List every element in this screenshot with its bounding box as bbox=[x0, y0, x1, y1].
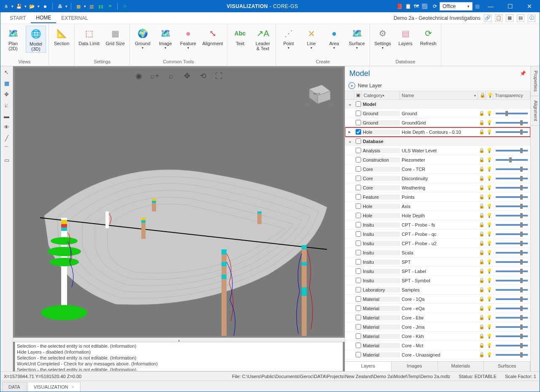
arc-tool[interactable]: ⌒ bbox=[3, 145, 11, 153]
plan-2d-button[interactable]: 🗺️Plan (2D) bbox=[3, 26, 23, 52]
lock-icon[interactable]: 🔒 bbox=[478, 278, 486, 283]
ground-button[interactable]: 🌍Ground▾ bbox=[132, 26, 153, 51]
point-button[interactable]: ⋰Point▾ bbox=[278, 26, 299, 51]
select-rect-tool[interactable]: ▦ bbox=[3, 79, 11, 87]
doc-tab-data[interactable]: DATA bbox=[2, 382, 27, 392]
lock-icon[interactable]: 🔒 bbox=[478, 176, 486, 181]
layer-checkbox[interactable] bbox=[356, 194, 361, 200]
layer-row[interactable]: Hole Hole Depth 🔒 💡 bbox=[345, 211, 530, 220]
transparency-slider[interactable] bbox=[496, 224, 528, 226]
bulb-icon[interactable]: 💡 bbox=[486, 194, 493, 200]
transparency-slider[interactable] bbox=[496, 113, 528, 114]
lock-icon[interactable]: 🔒 bbox=[478, 305, 486, 311]
lock-icon[interactable]: 🔒 bbox=[478, 333, 486, 339]
book-icon[interactable]: 📕 bbox=[396, 3, 402, 9]
layer-row[interactable]: Core Discontinuity 🔒 💡 bbox=[345, 174, 530, 183]
col-category[interactable]: Category bbox=[364, 93, 383, 98]
layer-checkbox[interactable] bbox=[356, 222, 361, 227]
layer-checkbox[interactable] bbox=[356, 157, 361, 162]
layer-checkbox[interactable] bbox=[356, 148, 361, 153]
layer-row[interactable]: Insitu CPT - Probe - qc 🔒 💡 bbox=[345, 230, 530, 239]
cursor-tool[interactable]: ↖ bbox=[3, 68, 11, 76]
area-button[interactable]: ●Area▾ bbox=[324, 26, 344, 51]
layer-row[interactable]: Insitu SPT - Symbol 🔒 💡 bbox=[345, 276, 530, 285]
help-icon[interactable]: ⓘ bbox=[528, 14, 535, 22]
transparency-slider[interactable] bbox=[496, 289, 528, 291]
layer-row[interactable]: Material Core - Etw 🔒 💡 bbox=[345, 313, 530, 322]
layer-checkbox[interactable] bbox=[356, 213, 361, 218]
layer-row[interactable]: Laboratory Samples 🔒 💡 bbox=[345, 285, 530, 295]
tab-materials-bottom[interactable]: Materials bbox=[438, 362, 484, 371]
link-icon[interactable]: 🔗 bbox=[484, 14, 491, 22]
layer-row[interactable]: Insitu CPT - Probe - fs 🔒 💡 bbox=[345, 220, 530, 230]
group-checkbox[interactable] bbox=[356, 138, 361, 144]
bulb-icon[interactable]: 💡 bbox=[486, 324, 493, 330]
group-checkbox[interactable] bbox=[356, 101, 361, 107]
section-button[interactable]: 📐Section bbox=[51, 26, 72, 47]
tab-home[interactable]: HOME bbox=[31, 13, 56, 23]
layer-checkbox[interactable] bbox=[356, 333, 361, 339]
lock-icon[interactable]: 🔒 bbox=[478, 296, 486, 302]
graph-icon[interactable]: 📈 bbox=[421, 3, 428, 9]
bulb-icon[interactable]: 💡 bbox=[486, 278, 493, 283]
layer-checkbox[interactable] bbox=[356, 352, 361, 357]
maximize-button[interactable]: ☐ bbox=[502, 0, 518, 12]
transparency-slider[interactable] bbox=[496, 150, 528, 151]
layer-checkbox[interactable] bbox=[356, 241, 361, 246]
layer-checkbox[interactable] bbox=[356, 231, 361, 237]
bulb-icon[interactable]: 💡 bbox=[486, 203, 493, 209]
sync-icon[interactable]: ⟳ bbox=[433, 3, 437, 9]
refresh-icon[interactable]: ⟳ bbox=[121, 3, 129, 10]
db-refresh-button[interactable]: ⟳Refresh bbox=[418, 26, 438, 47]
transparency-slider[interactable] bbox=[496, 326, 528, 328]
lock-icon[interactable]: 🔒 bbox=[478, 324, 486, 330]
transparency-slider[interactable] bbox=[496, 168, 528, 170]
layer-row[interactable]: ▸ Hole Hole Depth - Contours - 0.10 🔒 💡 bbox=[345, 127, 530, 137]
theme-selector[interactable]: Office▾ bbox=[440, 2, 472, 11]
data-limit-button[interactable]: ⬚Data Limit bbox=[77, 26, 101, 47]
new-layer-button[interactable]: + New Layer bbox=[345, 81, 530, 91]
tab-layers-bottom[interactable]: Layers bbox=[345, 362, 392, 371]
lock-icon[interactable]: 🔒 bbox=[478, 213, 486, 218]
eye-icon[interactable]: ◉ bbox=[133, 70, 144, 81]
transparency-slider[interactable] bbox=[496, 243, 528, 244]
bulb-icon[interactable]: 💡 bbox=[486, 287, 493, 292]
layers-tool[interactable]: ▭ bbox=[3, 156, 11, 164]
transparency-slider[interactable] bbox=[496, 131, 528, 133]
alignment-button[interactable]: ⤡Alignment bbox=[201, 26, 224, 47]
layer-checkbox[interactable] bbox=[356, 287, 361, 292]
layer-checkbox[interactable] bbox=[356, 305, 361, 311]
move-tool[interactable]: ✥ bbox=[3, 90, 11, 98]
app-icon[interactable]: ⋔ bbox=[2, 3, 10, 10]
layer-checkbox[interactable] bbox=[356, 166, 361, 172]
open-icon[interactable]: 📂 bbox=[28, 3, 36, 10]
bulb-icon[interactable]: 💡 bbox=[486, 352, 493, 357]
close-tab-icon[interactable]: × bbox=[71, 384, 74, 389]
bulb-icon[interactable]: 💡 bbox=[486, 148, 493, 153]
grid-icon[interactable]: ▦ bbox=[475, 3, 480, 9]
bulb-icon[interactable]: 💡 bbox=[486, 213, 493, 218]
transparency-slider[interactable] bbox=[496, 205, 528, 207]
orbit-icon[interactable]: ⟲ bbox=[197, 70, 208, 81]
transparency-slider[interactable] bbox=[496, 196, 528, 198]
transparency-slider[interactable] bbox=[496, 159, 528, 161]
transparency-slider[interactable] bbox=[496, 215, 528, 216]
axis-tool[interactable]: ⟀ bbox=[3, 101, 11, 109]
text-button[interactable]: AbcText bbox=[230, 26, 250, 47]
lock-icon[interactable]: 🔒 bbox=[478, 203, 486, 209]
lock-icon[interactable]: 🔒 bbox=[478, 259, 486, 265]
minimize-button[interactable]: — bbox=[482, 0, 499, 12]
layer-checkbox[interactable] bbox=[356, 176, 361, 181]
lock-icon[interactable]: 🔒 bbox=[478, 129, 486, 135]
bulb-icon[interactable]: 💡 bbox=[486, 231, 493, 237]
layer-row[interactable]: Material Core - Unassigned 🔒 💡 bbox=[345, 350, 530, 360]
bulb-icon[interactable]: 💡 bbox=[486, 315, 493, 320]
side-tab-properties[interactable]: Properties bbox=[531, 66, 540, 96]
bulb-icon[interactable]: 💡 bbox=[486, 268, 493, 274]
close-button[interactable]: ✕ bbox=[521, 0, 538, 12]
feature-button[interactable]: ●Feature▾ bbox=[178, 26, 198, 51]
layer-row[interactable]: Material Core - Kkh 🔒 💡 bbox=[345, 332, 530, 341]
doc-tab-visualization[interactable]: VISUALIZATION× bbox=[27, 382, 81, 392]
layer-row[interactable]: Material Core - Mct 🔒 💡 bbox=[345, 341, 530, 350]
layer-checkbox[interactable] bbox=[356, 315, 361, 320]
